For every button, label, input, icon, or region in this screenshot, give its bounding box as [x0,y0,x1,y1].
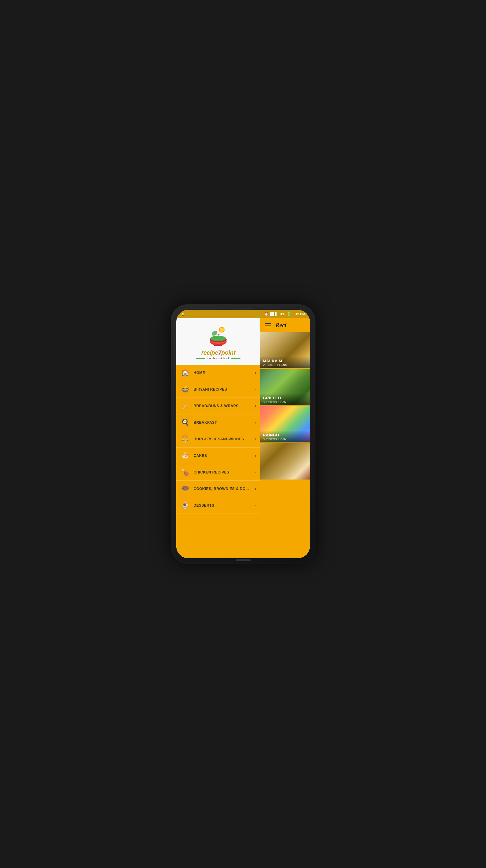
app-content-area: ♥ recipe7point the life cook book [176,318,310,558]
chevron-icon-bread: › [255,404,256,408]
card-subtitle-card2: BURGERS & SAN... [263,401,307,404]
chevron-icon-cookies: › [255,487,256,491]
recipe-card-card4[interactable] [260,443,310,479]
logo-point: point [221,349,235,356]
svg-text:♥: ♥ [218,333,220,337]
sidebar-item-chicken[interactable]: 🍗 CHICKEN RECIPES › [176,464,261,481]
chevron-icon-burgers: › [255,437,256,441]
card-overlay-card3: RAINBO BURGERS & SAN... [260,430,310,442]
menu-icon-cakes: 🎂 [181,451,190,461]
hamburger-line-3 [265,327,271,327]
recipe-card-card2[interactable]: GRILLED BURGERS & SAN... [260,369,310,405]
menu-label-bread: BREAD/BUNS & WRAPS [194,404,252,408]
notification-icon: 🔔 [181,312,185,316]
hamburger-line-2 [265,325,271,326]
svg-point-7 [219,327,225,333]
menu-icon-burgers: 🍔 [181,434,190,444]
menu-icon-breakfast: 🍳 [181,418,190,427]
tagline-line-left [196,358,205,359]
menu-label-desserts: DESSERTS [194,503,252,507]
svg-point-6 [211,330,218,337]
signal-bars: ▋▋▋ [270,312,277,316]
logo-number: 7 [218,349,222,356]
card-subtitle-card1: VEGGIES, BEANS... [263,364,307,367]
menu-label-burgers: BURGERS & SANDWICHES [194,437,252,441]
phone-screen-container: 🔔 ⏰ ▋▋▋ 31% 🔋 9:49 PM [176,310,310,558]
logo-text: recipe7point [201,349,235,356]
logo-area: ♥ recipe7point the life cook book [176,318,261,365]
card-subtitle-card3: BURGERS & SAN... [263,438,307,441]
chevron-icon-chicken: › [255,470,256,474]
logo-tagline: the life cook book [196,357,240,360]
chevron-icon-desserts: › [255,503,256,507]
menu-list: 🏠 HOME › 🍲 BIRYANI RECIPES › 🥖 BREAD/BUN… [176,365,261,558]
phone-camera [256,307,258,310]
recipe-card-card1[interactable]: MALKA M VEGGIES, BEANS... [260,332,310,368]
clock: 9:49 PM [293,312,305,316]
menu-label-breakfast: BREAKFAST [194,421,252,425]
card-title-card3: RAINBO [263,433,307,438]
phone-device: 🔔 ⏰ ▋▋▋ 31% 🔋 9:49 PM [171,304,316,564]
battery-level: 31% [279,312,285,316]
menu-icon-bread: 🥖 [181,401,190,411]
status-left: 🔔 [181,312,185,316]
menu-icon-biryani: 🍲 [181,384,190,394]
sidebar-item-cakes[interactable]: 🎂 CAKES › [176,447,261,464]
sidebar-item-bread[interactable]: 🥖 BREAD/BUNS & WRAPS › [176,398,261,414]
card-title-card1: MALKA M [263,359,307,364]
sidebar-item-burgers[interactable]: 🍔 BURGERS & SANDWICHES › [176,431,261,447]
phone-home-button[interactable] [236,559,251,561]
tagline-line-right [231,358,240,359]
sidebar-drawer: ♥ recipe7point the life cook book [176,318,261,558]
menu-icon-chicken: 🍗 [181,467,190,477]
logo-graphic: ♥ [206,324,230,347]
battery-icon: 🔋 [287,312,291,316]
svg-point-5 [214,344,222,346]
recipe-card-card3[interactable]: RAINBO BURGERS & SAN... [260,406,310,442]
app-title: Reci [276,322,287,329]
menu-label-cookies: COOKIES, BROWNIES & DO... [194,487,252,491]
sidebar-item-desserts[interactable]: 🍨 DESSERTS › [176,497,261,514]
sidebar-item-cookies[interactable]: 🍩 COOKIES, BROWNIES & DO... › [176,481,261,497]
chevron-icon-cakes: › [255,454,256,458]
menu-icon-home: 🏠 [181,368,190,378]
menu-label-cakes: CAKES [194,454,252,458]
chevron-icon-biryani: › [255,387,256,392]
card-title-card2: GRILLED [263,396,307,401]
card-overlay-card1: MALKA M VEGGIES, BEANS... [260,356,310,368]
menu-icon-desserts: 🍨 [181,501,190,510]
status-right: ⏰ ▋▋▋ 31% 🔋 9:49 PM [264,312,305,316]
app-screen: 🔔 ⏰ ▋▋▋ 31% 🔋 9:49 PM [176,310,310,558]
hamburger-button[interactable] [264,322,272,329]
menu-label-chicken: CHICKEN RECIPES [194,470,252,474]
status-bar: 🔔 ⏰ ▋▋▋ 31% 🔋 9:49 PM [176,310,310,318]
sidebar-item-home[interactable]: 🏠 HOME › [176,365,261,381]
menu-label-home: HOME [194,371,252,375]
menu-label-biryani: BIRYANI RECIPES [194,387,252,392]
tagline-text: the life cook book [207,357,230,360]
sidebar-item-biryani[interactable]: 🍲 BIRYANI RECIPES › [176,381,261,398]
card-overlay-card2: GRILLED BURGERS & SAN... [260,393,310,405]
logo-svg: ♥ [206,324,230,347]
app-topbar: Reci [260,318,310,332]
hamburger-line-1 [265,323,271,324]
sidebar-item-breakfast[interactable]: 🍳 BREAKFAST › [176,414,261,431]
chevron-icon-breakfast: › [255,421,256,425]
chevron-icon-home: › [255,371,256,375]
content-panel: Reci MALKA M VEGGIES, BEANS... GRILLED B… [260,318,310,558]
recipe-cards-list: MALKA M VEGGIES, BEANS... GRILLED BURGER… [260,332,310,558]
menu-icon-cookies: 🍩 [181,484,190,494]
alarm-icon: ⏰ [264,312,268,316]
logo-recipe: recipe [201,349,218,356]
